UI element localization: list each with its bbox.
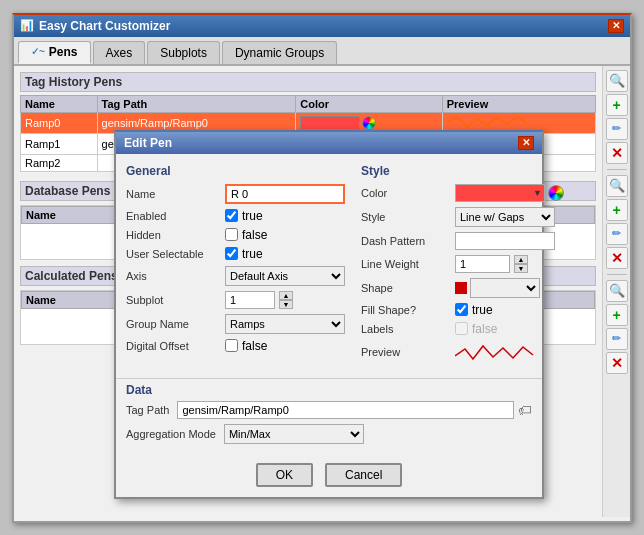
col-name: Name bbox=[21, 95, 98, 112]
search-button-2[interactable]: 🔍 bbox=[606, 175, 628, 197]
color-dropdown[interactable]: ▼ bbox=[455, 184, 545, 202]
digital-offset-checkbox-row: false bbox=[225, 339, 267, 353]
data-section: Data Tag Path 🏷 Aggregation Mode Min/Max bbox=[116, 378, 542, 457]
hidden-checkbox-row: false bbox=[225, 228, 267, 242]
edit-button-3[interactable]: ✏ bbox=[606, 328, 628, 350]
digital-offset-value: false bbox=[242, 339, 267, 353]
window-close-button[interactable]: ✕ bbox=[608, 19, 624, 33]
sidebar-divider-2 bbox=[607, 274, 627, 275]
name-label: Name bbox=[126, 188, 221, 200]
col-preview: Preview bbox=[442, 95, 595, 112]
aggregation-row: Aggregation Mode Min/Max bbox=[126, 424, 532, 444]
color-wheel-btn[interactable] bbox=[362, 116, 376, 130]
shape-label: Shape bbox=[361, 282, 451, 294]
edit-pen-dialog: Edit Pen ✕ General Name Enabled true bbox=[114, 130, 544, 499]
cancel-button[interactable]: Cancel bbox=[325, 463, 402, 487]
labels-label: Labels bbox=[361, 323, 451, 335]
shape-preview bbox=[455, 282, 467, 294]
labels-field-row: Labels false bbox=[361, 322, 564, 336]
digital-offset-checkbox[interactable] bbox=[225, 339, 238, 352]
style-section: Style Color ▼ Style Line w/ Gaps bbox=[361, 164, 564, 368]
pens-tab-icon: ✓~ bbox=[31, 46, 45, 57]
axis-field-row: Axis Default Axis bbox=[126, 266, 345, 286]
delete-button-1[interactable]: ✕ bbox=[606, 142, 628, 164]
line-weight-input[interactable] bbox=[455, 255, 510, 273]
tag-path-row: Tag Path 🏷 bbox=[126, 401, 532, 419]
style-preview-svg bbox=[455, 341, 535, 363]
fill-shape-checkbox[interactable] bbox=[455, 303, 468, 316]
dialog-close-button[interactable]: ✕ bbox=[518, 136, 534, 150]
style-dropdown[interactable]: Line w/ Gaps bbox=[455, 207, 555, 227]
fill-shape-value: true bbox=[472, 303, 493, 317]
digital-offset-field-row: Digital Offset false bbox=[126, 339, 345, 353]
search-button-1[interactable]: 🔍 bbox=[606, 70, 628, 92]
delete-button-2[interactable]: ✕ bbox=[606, 247, 628, 269]
color-bar[interactable] bbox=[300, 116, 360, 130]
user-selectable-field-row: User Selectable true bbox=[126, 247, 345, 261]
preview-field-row: Preview bbox=[361, 341, 564, 363]
line-weight-down-arrow[interactable]: ▼ bbox=[514, 264, 528, 273]
tab-dynamic-groups[interactable]: Dynamic Groups bbox=[222, 41, 337, 64]
subplot-input[interactable] bbox=[225, 291, 275, 309]
dash-pattern-input[interactable] bbox=[455, 232, 555, 250]
name-field-row: Name bbox=[126, 184, 345, 204]
edit-button-2[interactable]: ✏ bbox=[606, 223, 628, 245]
search-button-3[interactable]: 🔍 bbox=[606, 280, 628, 302]
fill-shape-checkbox-row: true bbox=[455, 303, 493, 317]
tab-axes-label: Axes bbox=[106, 46, 133, 60]
shape-dropdown[interactable] bbox=[470, 278, 540, 298]
user-selectable-checkbox[interactable] bbox=[225, 247, 238, 260]
add-button-2[interactable]: + bbox=[606, 199, 628, 221]
line-weight-up-arrow[interactable]: ▲ bbox=[514, 255, 528, 264]
group-name-dropdown[interactable]: Ramps bbox=[225, 314, 345, 334]
labels-checkbox[interactable] bbox=[455, 322, 468, 335]
line-weight-spinner: ▲ ▼ bbox=[514, 255, 528, 273]
tab-pens[interactable]: ✓~ Pens bbox=[18, 41, 91, 64]
col-tag-path: Tag Path bbox=[97, 95, 296, 112]
color-dropdown-arrow: ▼ bbox=[533, 188, 542, 198]
fill-shape-label: Fill Shape? bbox=[361, 304, 451, 316]
user-selectable-label: User Selectable bbox=[126, 248, 221, 260]
tag-path-label: Tag Path bbox=[126, 404, 169, 416]
user-selectable-checkbox-row: true bbox=[225, 247, 263, 261]
style-field-row: Style Line w/ Gaps bbox=[361, 207, 564, 227]
add-button-1[interactable]: + bbox=[606, 94, 628, 116]
digital-offset-label: Digital Offset bbox=[126, 340, 221, 352]
dialog-body: General Name Enabled true Hidden bbox=[116, 154, 542, 378]
add-button-3[interactable]: + bbox=[606, 304, 628, 326]
subplot-down-arrow[interactable]: ▼ bbox=[279, 300, 293, 309]
edit-button-1[interactable]: ✏ bbox=[606, 118, 628, 140]
user-selectable-value: true bbox=[242, 247, 263, 261]
group-name-label: Group Name bbox=[126, 318, 221, 330]
general-title: General bbox=[126, 164, 345, 178]
delete-button-3[interactable]: ✕ bbox=[606, 352, 628, 374]
hidden-checkbox[interactable] bbox=[225, 228, 238, 241]
ok-button[interactable]: OK bbox=[256, 463, 313, 487]
dash-pattern-label: Dash Pattern bbox=[361, 235, 451, 247]
preview-svg bbox=[447, 115, 527, 129]
labels-checkbox-row: false bbox=[455, 322, 497, 336]
color-row: ▼ bbox=[455, 184, 564, 202]
color-wheel-style[interactable] bbox=[548, 185, 564, 201]
labels-value: false bbox=[472, 322, 497, 336]
cell-name: Ramp2 bbox=[21, 154, 98, 171]
line-weight-field-row: Line Weight ▲ ▼ bbox=[361, 255, 564, 273]
dialog-buttons-row: OK Cancel bbox=[116, 457, 542, 497]
tag-path-browse-icon[interactable]: 🏷 bbox=[518, 402, 532, 418]
enabled-checkbox[interactable] bbox=[225, 209, 238, 222]
enabled-checkbox-row: true bbox=[225, 209, 263, 223]
name-input[interactable] bbox=[225, 184, 345, 204]
hidden-field-row: Hidden false bbox=[126, 228, 345, 242]
data-section-title: Data bbox=[126, 379, 532, 401]
general-section: General Name Enabled true Hidden bbox=[126, 164, 345, 368]
shape-field-row: Shape bbox=[361, 278, 564, 298]
subplot-up-arrow[interactable]: ▲ bbox=[279, 291, 293, 300]
axis-dropdown[interactable]: Default Axis bbox=[225, 266, 345, 286]
sidebar-divider-1 bbox=[607, 169, 627, 170]
aggregation-dropdown[interactable]: Min/Max bbox=[224, 424, 364, 444]
tab-axes[interactable]: Axes bbox=[93, 41, 146, 64]
enabled-label: Enabled bbox=[126, 210, 221, 222]
tag-path-input[interactable] bbox=[177, 401, 514, 419]
tab-subplots[interactable]: Subplots bbox=[147, 41, 220, 64]
dialog-title-bar: Edit Pen ✕ bbox=[116, 132, 542, 154]
